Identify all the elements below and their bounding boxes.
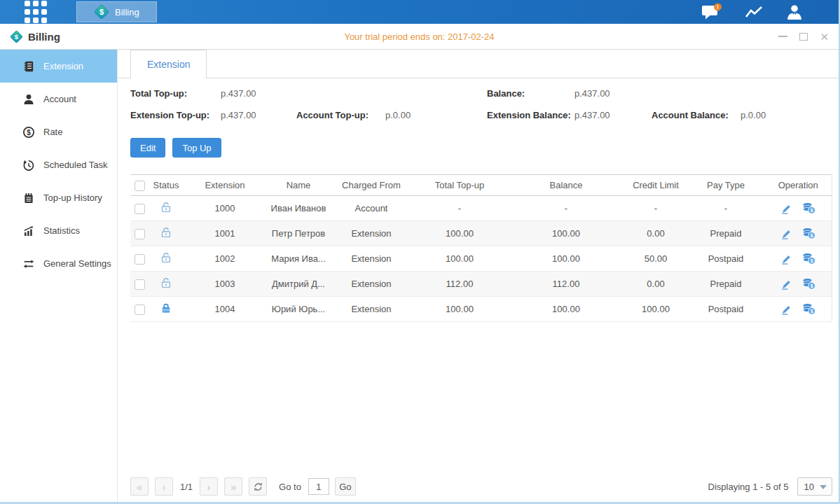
chevron-down-icon <box>820 485 827 489</box>
rate-icon: $ <box>22 126 35 139</box>
extension-balance-value: p.437.00 <box>574 110 610 120</box>
sidebar-item-statistics[interactable]: Statistics <box>0 214 117 247</box>
row-checkbox[interactable] <box>135 254 145 265</box>
edit-icon[interactable] <box>780 303 792 315</box>
row-checkbox[interactable] <box>135 304 145 315</box>
total-topup-label: Total Top-up: <box>130 88 187 99</box>
col-total-topup[interactable]: Total Top-up <box>412 175 507 196</box>
cell-extension: 1003 <box>184 272 266 297</box>
pagination-bar: « ‹ 1/1 › » Go to Go Displaying 1 - 5 of… <box>130 477 832 496</box>
statistics-icon <box>22 225 35 237</box>
prev-page-button[interactable]: ‹ <box>155 477 173 496</box>
close-button[interactable]: ✕ <box>820 31 829 42</box>
lock-open-icon <box>160 202 172 213</box>
first-page-button[interactable]: « <box>130 477 149 496</box>
general-settings-icon <box>22 258 35 270</box>
cell-balance: 100.00 <box>507 297 625 322</box>
edit-icon[interactable] <box>780 253 792 265</box>
billing-app-tab[interactable]: $ Billing <box>76 1 157 22</box>
total-topup-value: p.437.00 <box>221 88 256 99</box>
goto-page-input[interactable] <box>308 478 329 495</box>
sidebar-item-extension[interactable]: Extension <box>0 50 117 83</box>
svg-text:$: $ <box>15 33 19 41</box>
cell-extension: 1001 <box>184 221 266 246</box>
cell-charged-from: Extension <box>331 272 412 297</box>
chart-icon[interactable] <box>745 4 763 20</box>
sidebar-item-general-settings[interactable]: General Settings <box>0 247 117 280</box>
cell-total-topup: 100.00 <box>412 246 507 272</box>
page-size-select[interactable]: 10 <box>797 477 832 496</box>
table-row: 1001 Петр Петров Extension 100.00 100.00… <box>130 221 832 246</box>
page-size-value: 10 <box>804 482 814 492</box>
cell-charged-from: Extension <box>331 221 412 246</box>
refresh-button[interactable] <box>249 477 267 496</box>
col-operation[interactable]: Operation <box>765 175 832 196</box>
lock-open-icon <box>160 252 172 263</box>
topup-icon[interactable]: $ <box>802 278 815 290</box>
sidebar: Extension Account $ Rate Scheduled Task <box>0 50 118 502</box>
sidebar-item-rate[interactable]: $ Rate <box>0 115 117 148</box>
last-page-button[interactable]: » <box>224 477 242 496</box>
sidebar-item-label: Rate <box>43 127 62 137</box>
row-checkbox[interactable] <box>135 204 145 214</box>
cell-balance: - <box>507 196 625 221</box>
table-row: 1002 Мария Ива... Extension 100.00 100.0… <box>130 246 832 272</box>
row-checkbox[interactable] <box>135 279 145 290</box>
sidebar-item-label: Top-up History <box>43 192 102 203</box>
account-topup-label: Account Top-up: <box>296 110 369 120</box>
goto-label: Go to <box>279 482 301 492</box>
topup-icon[interactable]: $ <box>802 227 815 239</box>
sidebar-item-topup-history[interactable]: Top-up History <box>0 181 117 214</box>
edit-icon[interactable] <box>780 202 792 214</box>
minimize-button[interactable] <box>778 36 787 37</box>
lock-open-icon <box>160 277 172 288</box>
col-pay-type[interactable]: Pay Type <box>687 175 765 196</box>
lock-open-icon <box>160 227 172 238</box>
select-all-checkbox[interactable] <box>135 181 145 191</box>
col-balance[interactable]: Balance <box>507 175 625 196</box>
topup-button[interactable]: Top Up <box>172 138 221 158</box>
account-balance-value: p.0.00 <box>741 110 766 120</box>
svg-text:$: $ <box>811 208 813 214</box>
col-extension[interactable]: Extension <box>184 175 266 196</box>
app-tab-label: Billing <box>115 7 139 18</box>
balance-value: p.437.00 <box>574 88 610 99</box>
col-charged-from[interactable]: Charged From <box>331 175 412 196</box>
col-name[interactable]: Name <box>266 175 331 196</box>
billing-titlebar-icon: $ <box>10 30 23 43</box>
user-icon[interactable] <box>785 4 804 20</box>
lock-closed-icon <box>160 302 172 314</box>
app-grid-icon[interactable] <box>25 1 47 23</box>
sidebar-item-label: Statistics <box>43 225 80 236</box>
row-checkbox[interactable] <box>135 229 145 239</box>
cell-extension: 1004 <box>184 297 266 322</box>
extension-table: Status Extension Name Charged From Total… <box>130 174 832 322</box>
maximize-button[interactable] <box>799 33 808 41</box>
col-status[interactable]: Status <box>149 175 184 196</box>
topup-icon[interactable]: $ <box>802 303 815 315</box>
topup-icon[interactable]: $ <box>802 253 815 265</box>
go-button[interactable]: Go <box>335 477 356 496</box>
cell-charged-from: Extension <box>331 246 412 272</box>
cell-credit-limit: 0.00 <box>625 221 687 246</box>
sidebar-item-account[interactable]: Account <box>0 83 117 115</box>
table-row: 1004 Юрий Юрь... Extension 100.00 100.00… <box>130 297 832 322</box>
cell-charged-from: Account <box>331 196 412 221</box>
chat-icon[interactable]: ! <box>701 3 722 21</box>
tab-extension[interactable]: Extension <box>130 50 207 78</box>
cell-balance: 112.00 <box>507 272 625 297</box>
edit-icon[interactable] <box>780 278 792 290</box>
topup-icon[interactable]: $ <box>802 202 815 214</box>
edit-icon[interactable] <box>780 227 792 239</box>
next-page-button[interactable]: › <box>200 477 218 496</box>
edit-button[interactable]: Edit <box>130 138 165 158</box>
sidebar-item-scheduled-task[interactable]: Scheduled Task <box>0 148 117 181</box>
svg-text:$: $ <box>27 129 31 136</box>
scheduled-task-icon <box>22 159 35 172</box>
cell-extension: 1002 <box>184 246 266 272</box>
window-title: Billing <box>28 31 60 43</box>
svg-text:$: $ <box>811 309 813 314</box>
cell-total-topup: 100.00 <box>412 297 507 322</box>
col-credit-limit[interactable]: Credit Limit <box>625 175 687 196</box>
tab-strip: Extension <box>118 50 840 78</box>
